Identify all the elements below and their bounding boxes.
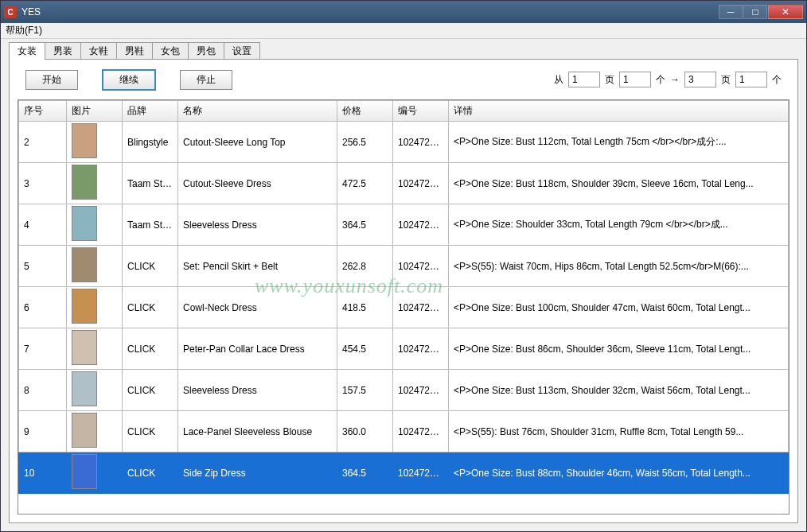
tab-0[interactable]: 女装 [9, 42, 45, 60]
table-row[interactable]: 8CLICKSleeveless Dress157.51024726854<P>… [19, 370, 789, 411]
cell-price: 472.5 [337, 163, 393, 204]
tab-6[interactable]: 设置 [224, 42, 260, 60]
titlebar: C YES ─ □ ✕ [1, 1, 806, 23]
cell-detail: <P>One Size: Bust 118cm, Shoulder 39cm, … [449, 163, 789, 204]
tab-2[interactable]: 女鞋 [80, 42, 117, 60]
header-image[interactable]: 图片 [67, 101, 123, 122]
cell-image [67, 411, 123, 452]
cell-code: 1024726874 [393, 246, 449, 287]
item-label: 个 [656, 73, 665, 87]
tab-4[interactable]: 女包 [152, 42, 189, 60]
table-row[interactable]: 10CLICKSide Zip Dress364.51024726848<P>O… [19, 452, 789, 494]
cell-name: Sleeveless Dress [178, 204, 337, 246]
cell-name: Side Zip Dress [178, 452, 337, 494]
thumbnail-image [72, 454, 97, 489]
start-button[interactable]: 开始 [25, 70, 78, 90]
cell-price: 418.5 [337, 287, 393, 328]
cell-name: Set: Pencil Skirt + Belt [178, 246, 337, 287]
to-item-input[interactable] [735, 72, 767, 87]
table-row[interactable]: 5CLICKSet: Pencil Skirt + Belt262.810247… [19, 246, 789, 287]
cell-seq: 10 [19, 452, 67, 494]
table-row[interactable]: 7CLICKPeter-Pan Collar Lace Dress454.510… [19, 328, 789, 370]
cell-brand: CLICK [123, 328, 178, 370]
cell-detail: <P>S(55): Waist 70cm, Hips 86cm, Total L… [449, 246, 789, 287]
cell-seq: 9 [19, 411, 67, 452]
thumbnail-image [72, 330, 97, 365]
cell-image [67, 246, 123, 287]
stop-button[interactable]: 停止 [180, 70, 232, 90]
header-price[interactable]: 价格 [337, 101, 393, 122]
page-label: 页 [721, 73, 731, 87]
cell-code: 1024726884 [393, 122, 449, 163]
arrow-label: → [670, 74, 680, 85]
table-row[interactable]: 2BlingstyleCutout-Sleeve Long Top256.510… [19, 122, 789, 163]
cell-detail: <P>S(55): Bust 76cm, Shoulder 31cm, Ruff… [449, 411, 789, 452]
table-row[interactable]: 4Taam StorySleeveless Dress364.510247268… [19, 204, 789, 246]
cell-price: 360.0 [337, 411, 393, 452]
tab-5[interactable]: 男包 [188, 42, 224, 60]
data-table: 序号 图片 品牌 名称 价格 编号 详情 2BlingstyleCutout-S… [18, 100, 789, 494]
cell-seq: 8 [19, 370, 67, 411]
cell-image [67, 287, 123, 328]
close-button[interactable]: ✕ [768, 5, 803, 19]
tabbar: 女装男装女鞋男鞋女包男包设置 [9, 42, 798, 60]
table-row[interactable]: 6CLICKCowl-Neck Dress418.51024726868<P>O… [19, 287, 789, 328]
cell-image [67, 328, 123, 370]
cell-image [67, 122, 123, 163]
tab-panel: 开始 继续 停止 从 页 个 → 页 个 [9, 59, 798, 523]
tab-3[interactable]: 男鞋 [116, 42, 153, 60]
minimize-button[interactable]: ─ [719, 5, 743, 19]
table-row[interactable]: 9CLICKLace-Panel Sleeveless Blouse360.01… [19, 411, 789, 452]
cell-price: 364.5 [337, 452, 393, 494]
cell-seq: 2 [19, 122, 67, 163]
continue-button[interactable]: 继续 [102, 69, 156, 91]
thumbnail-image [72, 165, 97, 200]
cell-brand: CLICK [123, 246, 178, 287]
from-page-input[interactable] [568, 72, 600, 87]
from-item-input[interactable] [619, 72, 651, 87]
cell-brand: CLICK [123, 287, 178, 328]
cell-detail: <P>One Size: Bust 100cm, Shoulder 47cm, … [449, 287, 789, 328]
page-label: 页 [605, 73, 614, 87]
cell-seq: 6 [19, 287, 67, 328]
table-row[interactable]: 3Taam StoryCutout-Sleeve Dress472.510247… [19, 163, 789, 204]
thumbnail-image [72, 371, 97, 406]
cell-name: Lace-Panel Sleeveless Blouse [178, 411, 337, 452]
thumbnail-image [72, 413, 97, 448]
cell-code: 1024726850 [393, 411, 449, 452]
cell-brand: Taam Story [123, 163, 178, 204]
cell-image [67, 204, 123, 246]
header-seq[interactable]: 序号 [19, 101, 67, 122]
window-title: YES [21, 6, 718, 17]
cell-image [67, 163, 123, 204]
main-window: C YES ─ □ ✕ 帮助(F1) 女装男装女鞋男鞋女包男包设置 开始 继续 … [0, 0, 807, 532]
cell-brand: CLICK [123, 452, 178, 494]
cell-seq: 3 [19, 163, 67, 204]
header-brand[interactable]: 品牌 [123, 101, 178, 122]
thumbnail-image [72, 247, 97, 282]
header-code[interactable]: 编号 [393, 101, 449, 122]
app-icon: C [4, 6, 17, 18]
thumbnail-image [72, 206, 97, 241]
header-detail[interactable]: 详情 [449, 101, 789, 122]
cell-brand: CLICK [123, 411, 178, 452]
cell-seq: 5 [19, 246, 67, 287]
cell-code: 1024726866 [393, 328, 449, 370]
header-name[interactable]: 名称 [178, 101, 337, 122]
cell-code: 1024726881 [393, 163, 449, 204]
cell-code: 1024726848 [393, 452, 449, 494]
cell-name: Cowl-Neck Dress [178, 287, 337, 328]
tab-1[interactable]: 男装 [45, 42, 81, 60]
menu-help[interactable]: 帮助(F1) [6, 24, 42, 37]
cell-code: 1024726868 [393, 287, 449, 328]
to-page-input[interactable] [684, 72, 716, 87]
cell-price: 157.5 [337, 370, 393, 411]
cell-price: 364.5 [337, 204, 393, 246]
cell-detail: <P>One Size: Bust 86cm, Shoulder 36cm, S… [449, 328, 789, 370]
cell-name: Sleeveless Dress [178, 370, 337, 411]
cell-brand: Blingstyle [123, 122, 178, 163]
content-area: 女装男装女鞋男鞋女包男包设置 开始 继续 停止 从 页 个 → 页 个 [1, 39, 806, 531]
maximize-button[interactable]: □ [743, 5, 767, 19]
cell-name: Peter-Pan Collar Lace Dress [178, 328, 337, 370]
table-header-row: 序号 图片 品牌 名称 价格 编号 详情 [19, 101, 789, 122]
